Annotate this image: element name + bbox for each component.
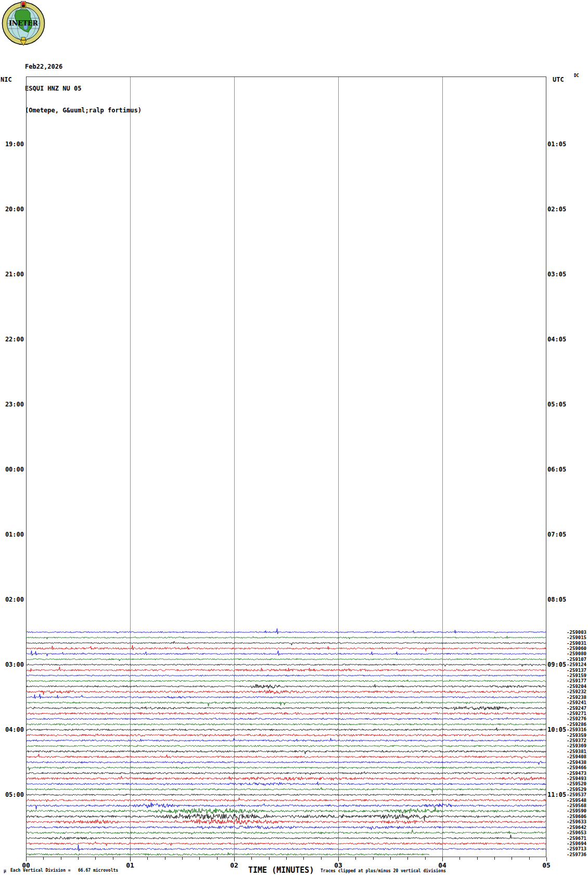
x-axis-minor-tick [269, 857, 270, 860]
x-axis-major-tick [338, 857, 339, 861]
dc-value: -259124 [567, 662, 586, 667]
x-axis-minor-tick [113, 857, 113, 860]
traces-canvas [26, 77, 546, 857]
right-axis-tick: 02:05 [547, 206, 579, 213]
x-axis-minor-tick [373, 857, 374, 860]
dc-value: -259232 [567, 689, 586, 694]
dc-value: -259520 [567, 781, 586, 786]
dc-value: -259438 [567, 760, 586, 765]
x-axis-minor-tick [425, 857, 426, 860]
x-axis-minor-tick [512, 857, 512, 860]
dc-value: -259238 [567, 695, 586, 700]
x-axis-major-tick [234, 857, 235, 861]
dc-value: -259015 [567, 635, 586, 640]
right-axis-tick: 03:05 [547, 271, 579, 278]
dc-value: -259080 [567, 651, 586, 656]
left-axis-tick: 03:00 [0, 661, 24, 668]
right-axis-tick: 01:05 [547, 141, 579, 148]
dc-value: -259003 [567, 630, 586, 635]
left-axis-tick: 05:00 [0, 791, 24, 798]
dc-value: -259671 [567, 836, 586, 841]
header-date: Feb22,2026 [25, 63, 142, 70]
right-axis-label: UTC [553, 76, 564, 83]
x-axis-minor-tick [321, 857, 322, 860]
left-axis-tick: 02:00 [0, 596, 24, 603]
left-axis-tick: 23:00 [0, 401, 24, 408]
dc-value: -259372 [567, 738, 586, 743]
dc-value: -259276 [567, 716, 586, 721]
dc-value: -259548 [567, 798, 586, 803]
left-axis-tick: 01:00 [0, 531, 24, 538]
dc-value: -259606 [567, 814, 586, 819]
x-axis-major-tick [130, 857, 131, 861]
dc-value: -259247 [567, 706, 586, 711]
x-axis-minor-tick [494, 857, 495, 860]
x-axis-minor-tick [529, 857, 530, 860]
dc-value: -259568 [567, 803, 586, 808]
x-axis-minor-tick [217, 857, 218, 860]
dc-value: -259633 [567, 819, 586, 824]
dc-value: -259466 [567, 765, 586, 770]
left-axis-tick: 19:00 [0, 141, 24, 148]
x-axis-label: TIME (MINUTES) [248, 865, 314, 875]
dc-value: -259381 [567, 749, 586, 754]
dc-value: -259642 [567, 825, 586, 830]
dc-value: -259177 [567, 678, 586, 683]
x-axis-tick-label: 01 [125, 861, 135, 869]
ineter-logo: INETER [1, 1, 46, 46]
right-axis-tick: 04:05 [547, 336, 579, 343]
dc-value: -259694 [567, 841, 586, 846]
dc-value: -259369 [567, 743, 586, 748]
dc-value: -259159 [567, 673, 586, 678]
x-axis-tick-label: 02 [229, 861, 239, 869]
right-axis-tick: 06:05 [547, 466, 579, 473]
dc-value: -259537 [567, 792, 586, 797]
dc-value: -259060 [567, 646, 586, 651]
x-axis-major-tick [546, 857, 547, 861]
right-axis-tick: 07:05 [547, 531, 579, 538]
dc-value: -259286 [567, 722, 586, 727]
dc-value: -259359 [567, 733, 586, 738]
x-axis-minor-tick [43, 857, 44, 860]
dc-value: -259271 [567, 711, 586, 716]
dc-value: -259529 [567, 787, 586, 792]
x-axis-minor-tick [390, 857, 391, 860]
x-axis-tick-label: 03 [333, 861, 343, 869]
dc-value: -259031 [567, 641, 586, 646]
dc-value: -259408 [567, 754, 586, 759]
dc-value: -259653 [567, 830, 586, 835]
right-axis-tick: 05:05 [547, 401, 579, 408]
left-axis-tick: 04:00 [0, 726, 24, 733]
right-axis-tick: 08:05 [547, 596, 579, 603]
dc-value: -259204 [567, 684, 586, 689]
dc-value: -259241 [567, 700, 586, 705]
dc-value: -259590 [567, 808, 586, 813]
x-axis-minor-tick [78, 857, 79, 860]
x-axis-minor-tick [286, 857, 287, 860]
dc-column-label: DC [574, 73, 579, 78]
x-axis-minor-tick [459, 857, 460, 860]
logo-top-marker [21, 2, 26, 8]
x-axis-minor-tick [95, 857, 96, 860]
x-axis-major-tick [26, 857, 27, 861]
x-axis-minor-tick [251, 857, 252, 860]
left-axis-label: NIC [1, 76, 12, 83]
x-axis-minor-tick [182, 857, 183, 860]
vertical-scale-note: Each Vertical Division = 66.67 microvolt… [10, 868, 118, 873]
micro-glyph: µ [4, 869, 6, 873]
x-axis-minor-tick [355, 857, 356, 860]
x-axis-tick-label: 05 [541, 861, 552, 869]
clip-note: Traces clipped at plus/minus 20 vertical… [321, 869, 446, 873]
left-axis-tick: 00:00 [0, 466, 24, 473]
x-axis-minor-tick [165, 857, 165, 860]
dc-value: -259493 [567, 776, 586, 781]
x-axis-major-tick [442, 857, 443, 861]
left-axis-tick: 21:00 [0, 271, 24, 278]
x-axis-minor-tick [61, 857, 61, 860]
dc-value: -259473 [567, 771, 586, 776]
dc-value: -259736 [567, 852, 586, 857]
left-axis-tick: 20:00 [0, 206, 24, 213]
x-axis-minor-tick [199, 857, 200, 860]
x-axis-minor-tick [407, 857, 408, 860]
x-axis-minor-tick [147, 857, 148, 860]
